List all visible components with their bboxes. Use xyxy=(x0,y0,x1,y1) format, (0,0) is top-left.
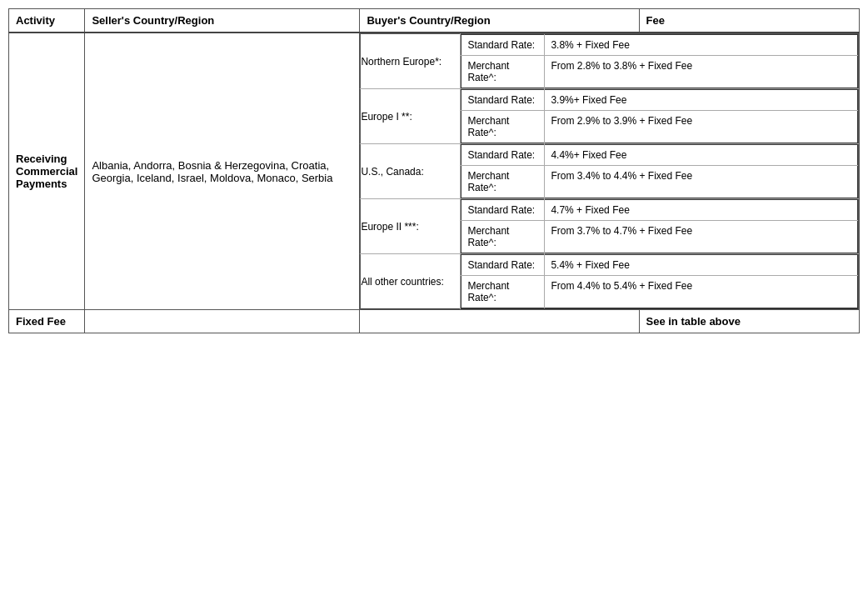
table-row: Receiving Commercial Payments Albania, A… xyxy=(9,33,860,310)
rate-value: 3.8% + Fixed Fee xyxy=(545,35,858,56)
fee-inner-table: Standard Rate:4.4%+ Fixed FeeMerchant Ra… xyxy=(461,144,858,198)
rate-row: Merchant Rate^:From 3.7% to 4.7% + Fixed… xyxy=(461,221,858,253)
rate-label: Standard Rate: xyxy=(461,255,545,276)
rate-value: From 3.7% to 4.7% + Fixed Fee xyxy=(545,221,858,253)
region-fee-inner-cell: Standard Rate:3.8% + Fixed FeeMerchant R… xyxy=(461,34,859,89)
rate-row: Standard Rate:3.9%+ Fixed Fee xyxy=(461,90,858,111)
rate-label: Merchant Rate^: xyxy=(461,166,545,198)
rate-row: Standard Rate:4.7% + Fixed Fee xyxy=(461,200,858,221)
rate-label: Standard Rate: xyxy=(461,35,545,56)
regions-table: Northern Europe*:Standard Rate:3.8% + Fi… xyxy=(360,33,859,309)
region-row: Europe I **:Standard Rate:3.9%+ Fixed Fe… xyxy=(361,89,859,144)
rate-value: From 2.8% to 3.8% + Fixed Fee xyxy=(545,56,858,88)
regions-fee-cell: Northern Europe*:Standard Rate:3.8% + Fi… xyxy=(360,33,860,310)
fixed-fee-see: See in table above xyxy=(639,310,859,333)
rate-value: From 3.4% to 4.4% + Fixed Fee xyxy=(545,166,858,198)
region-fee-inner-cell: Standard Rate:4.7% + Fixed FeeMerchant R… xyxy=(461,199,859,254)
rate-row: Merchant Rate^:From 2.9% to 3.9% + Fixed… xyxy=(461,111,858,143)
rate-value: From 4.4% to 5.4% + Fixed Fee xyxy=(545,276,858,308)
rate-value: 3.9%+ Fixed Fee xyxy=(545,90,858,111)
rate-row: Standard Rate:3.8% + Fixed Fee xyxy=(461,35,858,56)
rate-value: 4.4%+ Fixed Fee xyxy=(545,145,858,166)
rate-row: Merchant Rate^:From 2.8% to 3.8% + Fixed… xyxy=(461,56,858,88)
rate-row: Standard Rate:4.4%+ Fixed Fee xyxy=(461,145,858,166)
rate-label: Standard Rate: xyxy=(461,145,545,166)
region-fee-inner-cell: Standard Rate:4.4%+ Fixed FeeMerchant Ra… xyxy=(461,144,859,199)
rate-row: Merchant Rate^:From 3.4% to 4.4% + Fixed… xyxy=(461,166,858,198)
region-label: Northern Europe*: xyxy=(361,34,461,89)
rate-label: Merchant Rate^: xyxy=(461,276,545,308)
fee-inner-table: Standard Rate:5.4% + Fixed FeeMerchant R… xyxy=(461,254,858,308)
table-header-row: Activity Seller's Country/Region Buyer's… xyxy=(9,9,860,33)
fee-inner-table: Standard Rate:4.7% + Fixed FeeMerchant R… xyxy=(461,199,858,253)
rate-label: Standard Rate: xyxy=(461,90,545,111)
seller-countries-cell: Albania, Andorra, Bosnia & Herzegovina, … xyxy=(85,33,360,310)
header-seller-region: Seller's Country/Region xyxy=(85,9,360,33)
fee-inner-table: Standard Rate:3.8% + Fixed FeeMerchant R… xyxy=(461,34,858,88)
region-label: Europe II ***: xyxy=(361,199,461,254)
region-row: All other countries:Standard Rate:5.4% +… xyxy=(361,254,859,309)
region-label: Europe I **: xyxy=(361,89,461,144)
region-label: U.S., Canada: xyxy=(361,144,461,199)
region-label: All other countries: xyxy=(361,254,461,309)
rate-row: Standard Rate:5.4% + Fixed Fee xyxy=(461,255,858,276)
rate-value: From 2.9% to 3.9% + Fixed Fee xyxy=(545,111,858,143)
rate-label: Standard Rate: xyxy=(461,200,545,221)
activity-cell: Receiving Commercial Payments xyxy=(9,33,85,310)
region-row: Northern Europe*:Standard Rate:3.8% + Fi… xyxy=(361,34,859,89)
header-buyer-region: Buyer's Country/Region xyxy=(360,9,639,33)
rate-label: Merchant Rate^: xyxy=(461,221,545,253)
header-fee: Fee xyxy=(639,9,859,33)
fee-table: Activity Seller's Country/Region Buyer's… xyxy=(8,8,860,333)
page-container: Activity Seller's Country/Region Buyer's… xyxy=(0,0,868,616)
region-fee-inner-cell: Standard Rate:3.9%+ Fixed FeeMerchant Ra… xyxy=(461,89,859,144)
rate-label: Merchant Rate^: xyxy=(461,111,545,143)
region-row: U.S., Canada:Standard Rate:4.4%+ Fixed F… xyxy=(361,144,859,199)
rate-label: Merchant Rate^: xyxy=(461,56,545,88)
fixed-fee-row: Fixed Fee See in table above xyxy=(9,310,860,333)
header-activity: Activity xyxy=(9,9,85,33)
fixed-fee-blank-seller xyxy=(85,310,360,333)
fee-inner-table: Standard Rate:3.9%+ Fixed FeeMerchant Ra… xyxy=(461,89,858,143)
rate-value: 4.7% + Fixed Fee xyxy=(545,200,858,221)
fixed-fee-blank-buyer xyxy=(360,310,639,333)
region-row: Europe II ***:Standard Rate:4.7% + Fixed… xyxy=(361,199,859,254)
fixed-fee-activity: Fixed Fee xyxy=(9,310,85,333)
region-fee-inner-cell: Standard Rate:5.4% + Fixed FeeMerchant R… xyxy=(461,254,859,309)
rate-row: Merchant Rate^:From 4.4% to 5.4% + Fixed… xyxy=(461,276,858,308)
rate-value: 5.4% + Fixed Fee xyxy=(545,255,858,276)
